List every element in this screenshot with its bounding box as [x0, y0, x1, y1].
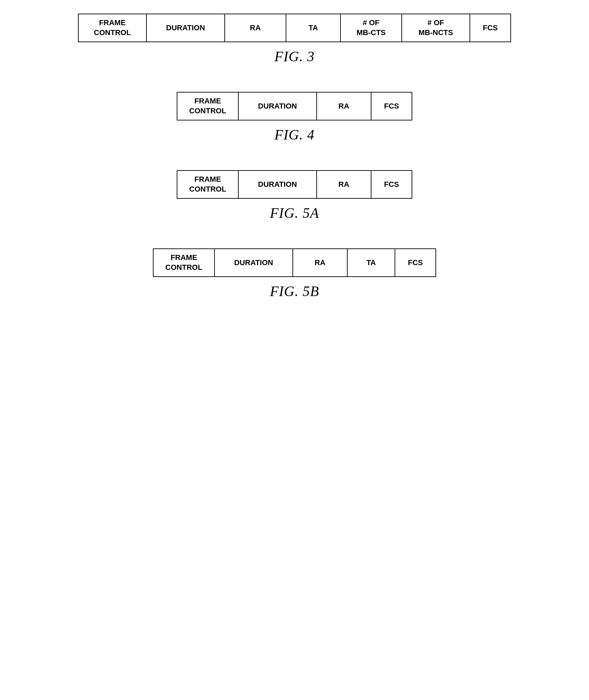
fig5a-cell-ra: RA [317, 171, 371, 198]
fig4-label: FIG. 4 [274, 127, 315, 143]
fig5a-cell-duration: DURATION [239, 171, 317, 198]
fig5b-table: FRAMECONTROL DURATION RA TA FCS [153, 248, 436, 277]
figure-4-section: FRAMECONTROL DURATION RA FCS FIG. 4 [20, 92, 569, 143]
fig5b-cell-frame-control: FRAMECONTROL [154, 249, 215, 276]
fig4-cell-ra: RA [317, 93, 371, 120]
fig3-cell-ra: RA [225, 14, 286, 42]
figure-5a-section: FRAMECONTROL DURATION RA FCS FIG. 5A [20, 170, 569, 221]
fig3-cell-ta: TA [286, 14, 341, 42]
fig5b-cell-ta: TA [348, 249, 395, 276]
figure-3-section: FRAMECONTROL DURATION RA TA # OFMB-CTS #… [20, 14, 569, 65]
fig3-cell-num-mb-ncts: # OFMB-NCTS [402, 14, 470, 42]
fig3-cell-duration: DURATION [147, 14, 225, 42]
fig4-cell-fcs: FCS [371, 93, 412, 120]
fig5b-cell-duration: DURATION [215, 249, 293, 276]
fig3-cell-num-mb-cts: # OFMB-CTS [341, 14, 402, 42]
fig5b-cell-ra: RA [293, 249, 348, 276]
fig5a-cell-frame-control: FRAMECONTROL [177, 171, 239, 198]
fig5b-cell-fcs: FCS [395, 249, 436, 276]
fig3-cell-fcs: FCS [470, 14, 511, 42]
fig5a-label: FIG. 5A [270, 205, 319, 221]
fig4-cell-duration: DURATION [239, 93, 317, 120]
fig3-cell-frame-control: FRAMECONTROL [79, 14, 147, 42]
fig5b-label: FIG. 5B [270, 283, 319, 299]
fig4-cell-frame-control: FRAMECONTROL [177, 93, 239, 120]
fig3-label: FIG. 3 [274, 48, 315, 65]
figure-5b-section: FRAMECONTROL DURATION RA TA FCS FIG. 5B [20, 248, 569, 299]
fig3-table: FRAMECONTROL DURATION RA TA # OFMB-CTS #… [78, 14, 511, 42]
fig4-table: FRAMECONTROL DURATION RA FCS [177, 92, 412, 120]
fig5a-table: FRAMECONTROL DURATION RA FCS [177, 170, 412, 199]
fig5a-cell-fcs: FCS [371, 171, 412, 198]
